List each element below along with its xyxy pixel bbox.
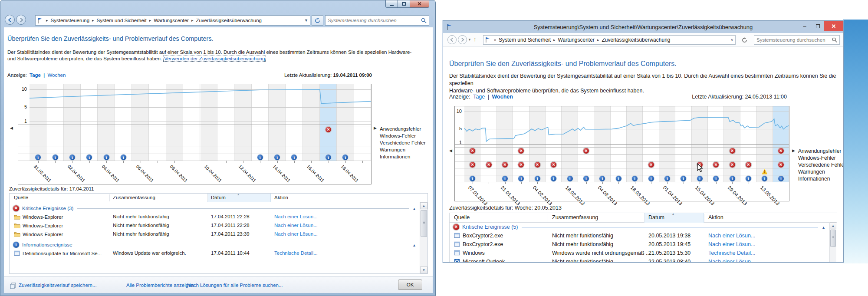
- back-button[interactable]: [5, 15, 15, 25]
- table-row[interactable]: BoxCryptor2.exeNicht mehr funktionsfähig…: [450, 240, 837, 249]
- collapse-arrow-icon[interactable]: ▴: [413, 206, 415, 211]
- scroll-left-icon[interactable]: ◀: [449, 148, 452, 153]
- close-button[interactable]: ✕: [410, 0, 429, 8]
- error-event-icon[interactable]: [535, 162, 540, 168]
- column-header-datum[interactable]: Datum: [648, 214, 664, 220]
- column-header-quelle[interactable]: Quelle: [14, 195, 28, 200]
- table-row[interactable]: WindowsWindows wurde nicht ordnungsgemäß…: [450, 249, 837, 257]
- forward-button[interactable]: [16, 15, 26, 25]
- view-weeks-link[interactable]: Wochen: [492, 94, 513, 100]
- info-event-icon[interactable]: [535, 176, 540, 181]
- info-event-icon[interactable]: [274, 155, 280, 160]
- info-event-icon[interactable]: [616, 176, 621, 181]
- info-event-icon[interactable]: [86, 155, 92, 160]
- close-button[interactable]: ✕: [824, 21, 843, 31]
- group-row[interactable]: Kritische Ereignisse (3)▴: [10, 204, 427, 213]
- breadcrumb-item[interactable]: Zuverlässigkeitsüberwachung: [602, 37, 670, 43]
- view-weeks-link[interactable]: Wochen: [47, 72, 66, 78]
- breadcrumb-item[interactable]: Wartungscenter: [558, 37, 595, 43]
- error-event-icon[interactable]: [326, 127, 331, 132]
- view-days-link[interactable]: Tage: [30, 72, 41, 78]
- view-all-reports-link[interactable]: Alle Problemberichte anzeigen: [126, 283, 194, 288]
- scroll-up-icon[interactable]: ▲: [420, 202, 427, 209]
- address-bar[interactable]: ▸Systemsteuerung▸System und Sicherheit▸W…: [35, 15, 310, 26]
- back-button[interactable]: [447, 35, 457, 44]
- error-event-icon[interactable]: [730, 148, 735, 154]
- reliability-chart-days[interactable]: 105131.03.201102.04.201104.04.201106.04.…: [18, 84, 372, 184]
- address-bar[interactable]: «System und Sicherheit▸Wartungscenter▸Zu…: [483, 35, 736, 45]
- collapse-arrow-icon[interactable]: ▴: [822, 225, 825, 230]
- info-event-icon[interactable]: [583, 176, 589, 181]
- reliability-chart-weeks[interactable]: 105107.01.201321.01.201304.02.201318.02.…: [454, 106, 789, 201]
- action-link[interactable]: Technische Detail...: [274, 250, 318, 256]
- address-dropdown-icon[interactable]: ▼: [304, 18, 308, 23]
- error-event-icon[interactable]: [778, 162, 784, 168]
- table-scrollbar[interactable]: ▲: [829, 222, 836, 262]
- scroll-down-icon[interactable]: ▼: [420, 266, 427, 273]
- table-row[interactable]: Windows-ExplorerNicht mehr funktionsfähi…: [10, 230, 427, 239]
- recent-pages-dropdown-icon[interactable]: ▼: [468, 38, 471, 42]
- info-event-icon[interactable]: [53, 155, 58, 160]
- view-days-link[interactable]: Tage: [473, 94, 485, 100]
- refresh-button[interactable]: [312, 15, 323, 26]
- action-link[interactable]: Nach einer Lösun...: [274, 223, 318, 228]
- how-to-use-link[interactable]: Verwenden der Zuverlässigkeitsüberwachun…: [163, 56, 266, 62]
- table-row[interactable]: BoxCryptor2.exeNicht mehr funktionsfähig…: [450, 231, 837, 240]
- error-event-icon[interactable]: [648, 162, 654, 168]
- error-event-icon[interactable]: [713, 162, 719, 168]
- collapse-arrow-icon[interactable]: ▴: [413, 243, 415, 247]
- error-event-icon[interactable]: [518, 148, 524, 154]
- table-row[interactable]: Microsoft OutlookNicht mehr funktionsfäh…: [450, 257, 837, 263]
- up-one-level-icon[interactable]: ↑: [473, 36, 477, 43]
- scrollbar-thumb[interactable]: [421, 210, 427, 237]
- group-row[interactable]: Kritische Ereignisse (5)▴: [450, 223, 837, 231]
- maximize-button[interactable]: [398, 0, 410, 8]
- scrollbar-thumb[interactable]: [830, 230, 836, 247]
- error-event-icon[interactable]: [746, 162, 751, 168]
- breadcrumb-item[interactable]: System und Sicherheit: [499, 37, 551, 43]
- error-event-icon[interactable]: [486, 162, 492, 168]
- table-scrollbar[interactable]: ▲ ▼: [420, 202, 427, 273]
- column-header-zusammenfassung[interactable]: Zusammenfassung: [552, 214, 598, 220]
- table-row[interactable]: Windows-ExplorerNicht mehr funktionsfähi…: [10, 213, 427, 221]
- scroll-right-icon[interactable]: ▶: [374, 126, 377, 130]
- action-link[interactable]: Nach einer Lösun...: [708, 233, 755, 239]
- scroll-right-icon[interactable]: ▶: [792, 148, 795, 153]
- search-box[interactable]: [325, 15, 429, 26]
- table-row[interactable]: Definitionsupdate für Microsoft Se...Win…: [10, 249, 427, 258]
- refresh-button[interactable]: [739, 35, 750, 45]
- error-event-icon[interactable]: [518, 162, 524, 168]
- info-event-icon[interactable]: [326, 155, 331, 160]
- info-event-icon[interactable]: [35, 155, 41, 160]
- minimize-button[interactable]: [385, 0, 398, 8]
- error-event-icon[interactable]: [502, 162, 508, 168]
- info-event-icon[interactable]: [121, 155, 126, 160]
- group-row[interactable]: Informationsereignisse▴: [10, 240, 427, 249]
- minimize-button[interactable]: –: [798, 21, 811, 31]
- breadcrumb-item[interactable]: Systemsteuerung: [51, 18, 90, 23]
- info-event-icon[interactable]: [257, 155, 263, 160]
- table-row[interactable]: Windows-ExplorerNicht mehr funktionsfähi…: [10, 221, 427, 230]
- breadcrumb-item[interactable]: Wartungscenter: [154, 18, 189, 23]
- error-event-icon[interactable]: [470, 162, 475, 168]
- column-header-aktion[interactable]: Aktion: [708, 214, 723, 220]
- address-dropdown-icon[interactable]: ∨: [730, 38, 733, 42]
- scroll-up-icon[interactable]: ▲: [830, 222, 836, 229]
- action-link[interactable]: Nach einer Lösun...: [708, 241, 755, 247]
- info-event-icon[interactable]: [502, 176, 508, 181]
- action-link[interactable]: Nach einer Lösun...: [708, 259, 755, 263]
- action-link[interactable]: Technische Detail...: [708, 250, 755, 256]
- error-event-icon[interactable]: [730, 162, 735, 168]
- scroll-left-icon[interactable]: ◀: [10, 126, 13, 130]
- info-event-icon[interactable]: [342, 155, 348, 160]
- info-event-icon[interactable]: [632, 176, 638, 181]
- breadcrumb-item[interactable]: Zuverlässigkeitsüberwachung: [196, 18, 262, 23]
- info-event-icon[interactable]: [664, 176, 670, 181]
- info-event-icon[interactable]: [567, 176, 573, 181]
- column-header-quelle[interactable]: Quelle: [454, 214, 470, 220]
- error-event-icon[interactable]: [778, 148, 784, 154]
- column-header-datum[interactable]: Datum: [211, 195, 226, 200]
- info-event-icon[interactable]: [69, 155, 75, 160]
- info-event-icon[interactable]: [746, 176, 751, 181]
- info-event-icon[interactable]: [681, 176, 686, 181]
